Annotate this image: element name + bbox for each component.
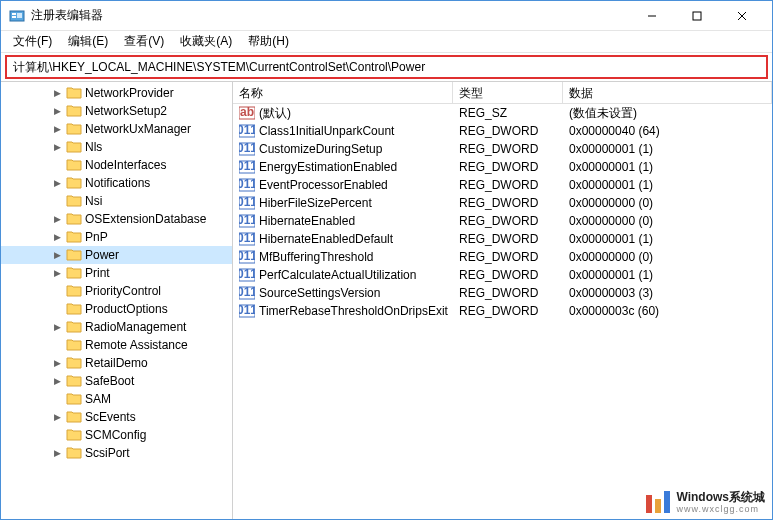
- list-row[interactable]: 011MfBufferingThresholdREG_DWORD0x000000…: [233, 248, 772, 266]
- folder-icon: [66, 176, 82, 190]
- tree-item[interactable]: ▶NetworkSetup2: [1, 102, 232, 120]
- chevron-right-icon[interactable]: ▶: [51, 376, 63, 386]
- svg-text:011: 011: [239, 304, 255, 317]
- column-type[interactable]: 类型: [453, 82, 563, 103]
- binary-value-icon: 011: [239, 160, 255, 174]
- value-name: EnergyEstimationEnabled: [259, 160, 397, 174]
- list-row[interactable]: 011TimerRebaseThresholdOnDripsExitREG_DW…: [233, 302, 772, 320]
- binary-value-icon: 011: [239, 286, 255, 300]
- menu-view[interactable]: 查看(V): [116, 31, 172, 52]
- tree-item[interactable]: Nsi: [1, 192, 232, 210]
- value-name: MfBufferingThreshold: [259, 250, 374, 264]
- tree-item[interactable]: ▶ScEvents: [1, 408, 232, 426]
- list-row[interactable]: ab(默认)REG_SZ(数值未设置): [233, 104, 772, 122]
- tree-item[interactable]: Remote Assistance: [1, 336, 232, 354]
- tree-item[interactable]: ▶ScsiPort: [1, 444, 232, 462]
- list-header: 名称 类型 数据: [233, 82, 772, 104]
- value-data: 0x00000001 (1): [563, 231, 772, 247]
- value-type: REG_DWORD: [453, 141, 563, 157]
- tree-item[interactable]: ProductOptions: [1, 300, 232, 318]
- list-row[interactable]: 011HiberFileSizePercentREG_DWORD0x000000…: [233, 194, 772, 212]
- chevron-right-icon[interactable]: ▶: [51, 322, 63, 332]
- folder-icon: [66, 410, 82, 424]
- value-type: REG_DWORD: [453, 213, 563, 229]
- chevron-right-icon[interactable]: ▶: [51, 358, 63, 368]
- address-bar[interactable]: 计算机\HKEY_LOCAL_MACHINE\SYSTEM\CurrentCon…: [5, 55, 768, 79]
- folder-icon: [66, 356, 82, 370]
- tree-item[interactable]: PriorityControl: [1, 282, 232, 300]
- tree-item[interactable]: ▶Nls: [1, 138, 232, 156]
- folder-icon: [66, 446, 82, 460]
- binary-value-icon: 011: [239, 124, 255, 138]
- tree-item[interactable]: ▶NetworkUxManager: [1, 120, 232, 138]
- value-type: REG_DWORD: [453, 285, 563, 301]
- tree-item[interactable]: ▶OSExtensionDatabase: [1, 210, 232, 228]
- tree-item-label: ProductOptions: [85, 302, 168, 316]
- column-data[interactable]: 数据: [563, 82, 772, 103]
- list-row[interactable]: 011CustomizeDuringSetupREG_DWORD0x000000…: [233, 140, 772, 158]
- tree-item[interactable]: ▶PnP: [1, 228, 232, 246]
- tree-item-label: Power: [85, 248, 119, 262]
- tree-item[interactable]: SCMConfig: [1, 426, 232, 444]
- folder-icon: [66, 104, 82, 118]
- menu-favorites[interactable]: 收藏夹(A): [172, 31, 240, 52]
- tree-item[interactable]: ▶RetailDemo: [1, 354, 232, 372]
- chevron-right-icon[interactable]: ▶: [51, 250, 63, 260]
- list-row[interactable]: 011SourceSettingsVersionREG_DWORD0x00000…: [233, 284, 772, 302]
- value-type: REG_DWORD: [453, 177, 563, 193]
- menu-file[interactable]: 文件(F): [5, 31, 60, 52]
- chevron-right-icon[interactable]: ▶: [51, 178, 63, 188]
- tree-item[interactable]: ▶NetworkProvider: [1, 84, 232, 102]
- tree-item[interactable]: ▶Print: [1, 264, 232, 282]
- tree-item-label: NodeInterfaces: [85, 158, 166, 172]
- chevron-right-icon[interactable]: ▶: [51, 214, 63, 224]
- list-row[interactable]: 011HibernateEnabledREG_DWORD0x00000000 (…: [233, 212, 772, 230]
- menu-help[interactable]: 帮助(H): [240, 31, 297, 52]
- chevron-right-icon[interactable]: ▶: [51, 124, 63, 134]
- values-panel[interactable]: 名称 类型 数据 ab(默认)REG_SZ(数值未设置)011Class1Ini…: [233, 82, 772, 519]
- tree-item[interactable]: NodeInterfaces: [1, 156, 232, 174]
- tree-item[interactable]: ▶Notifications: [1, 174, 232, 192]
- chevron-right-icon[interactable]: ▶: [51, 142, 63, 152]
- list-row[interactable]: 011EventProcessorEnabledREG_DWORD0x00000…: [233, 176, 772, 194]
- list-row[interactable]: 011HibernateEnabledDefaultREG_DWORD0x000…: [233, 230, 772, 248]
- folder-icon: [66, 248, 82, 262]
- value-data: 0x00000001 (1): [563, 159, 772, 175]
- tree-item[interactable]: ▶RadioManagement: [1, 318, 232, 336]
- svg-text:011: 011: [239, 214, 255, 227]
- binary-value-icon: 011: [239, 142, 255, 156]
- chevron-right-icon[interactable]: ▶: [51, 88, 63, 98]
- list-row[interactable]: 011PerfCalculateActualUtilizationREG_DWO…: [233, 266, 772, 284]
- value-name: PerfCalculateActualUtilization: [259, 268, 416, 282]
- watermark-text: Windows系统城: [676, 490, 765, 504]
- svg-text:011: 011: [239, 124, 255, 137]
- chevron-right-icon[interactable]: ▶: [51, 106, 63, 116]
- list-row[interactable]: 011Class1InitialUnparkCountREG_DWORD0x00…: [233, 122, 772, 140]
- titlebar: 注册表编辑器: [1, 1, 772, 31]
- tree-item[interactable]: ▶Power: [1, 246, 232, 264]
- value-name: EventProcessorEnabled: [259, 178, 388, 192]
- list-row[interactable]: 011EnergyEstimationEnabledREG_DWORD0x000…: [233, 158, 772, 176]
- menu-edit[interactable]: 编辑(E): [60, 31, 116, 52]
- value-name: HibernateEnabled: [259, 214, 355, 228]
- chevron-right-icon[interactable]: ▶: [51, 268, 63, 278]
- tree-item[interactable]: ▶SafeBoot: [1, 372, 232, 390]
- value-name: HiberFileSizePercent: [259, 196, 372, 210]
- chevron-right-icon[interactable]: ▶: [51, 448, 63, 458]
- svg-text:011: 011: [239, 196, 255, 209]
- tree-item-label: SafeBoot: [85, 374, 134, 388]
- value-type: REG_DWORD: [453, 267, 563, 283]
- value-data: 0x00000000 (0): [563, 195, 772, 211]
- value-name: Class1InitialUnparkCount: [259, 124, 394, 138]
- maximize-button[interactable]: [674, 1, 719, 30]
- minimize-button[interactable]: [629, 1, 674, 30]
- column-name[interactable]: 名称: [233, 82, 453, 103]
- chevron-right-icon[interactable]: ▶: [51, 412, 63, 422]
- svg-rect-5: [693, 12, 701, 20]
- chevron-right-icon[interactable]: ▶: [51, 232, 63, 242]
- tree-item[interactable]: SAM: [1, 390, 232, 408]
- folder-icon: [66, 392, 82, 406]
- tree-panel[interactable]: ▶NetworkProvider▶NetworkSetup2▶NetworkUx…: [1, 82, 233, 519]
- close-button[interactable]: [719, 1, 764, 30]
- svg-text:ab: ab: [240, 106, 254, 119]
